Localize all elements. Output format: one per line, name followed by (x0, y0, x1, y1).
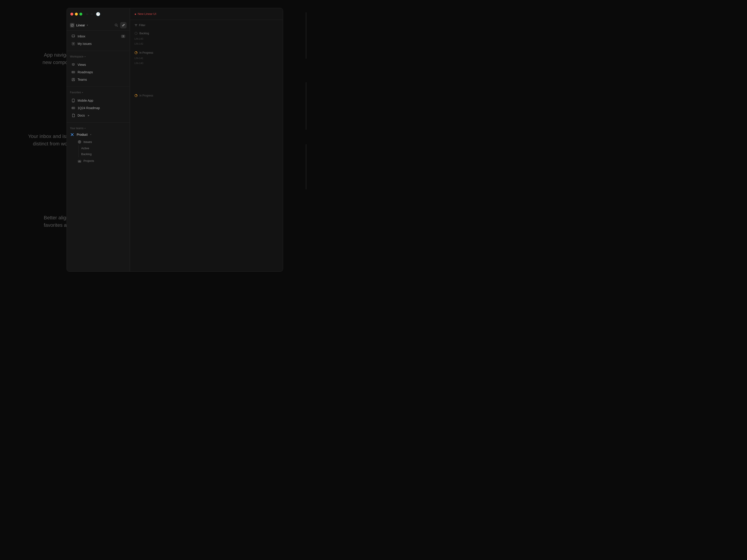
annotation-divider-3 (306, 144, 306, 189)
in-progress-status-header-2: In Progress (134, 92, 278, 99)
team-product[interactable]: Product ▾ (67, 131, 130, 138)
your-teams-section-header[interactable]: Your teams ▾ (67, 125, 130, 131)
sidebar-divider-1 (67, 51, 130, 51)
mobile-app-icon (71, 99, 75, 103)
svg-point-25 (135, 32, 137, 35)
product-cross-icon (70, 133, 74, 137)
back-arrow[interactable]: ← (86, 12, 89, 16)
new-linear-label: New Linear UI (137, 12, 156, 16)
main-content: ● New Linear UI Filter Backlog (130, 8, 283, 271)
roadmaps-svg-icon (72, 70, 75, 74)
mobile-app-label: Mobile App (78, 99, 93, 102)
workspace-nav: Views Roadmaps (67, 59, 130, 85)
workspace-logo (70, 23, 74, 27)
filter-icon (134, 24, 137, 27)
svg-point-11 (73, 79, 74, 80)
docs-icon (71, 113, 75, 117)
your-teams-section-label: Your teams (70, 127, 83, 130)
sub-nav-issues[interactable]: Issues (68, 139, 128, 145)
in-progress-label-2: In Progress (139, 94, 153, 97)
favorites-section-label: Favorites (70, 91, 81, 94)
my-issues-svg-icon (72, 42, 75, 46)
primary-nav: Inbox 3 My issues (67, 31, 130, 49)
close-button[interactable] (70, 12, 73, 16)
sidebar-divider-2 (67, 86, 130, 87)
roadmap-label: 1Q24 Roadmap (78, 106, 100, 110)
teams-label: Teams (78, 78, 87, 81)
in-progress-status-header: In Progress (134, 50, 278, 56)
my-issues-icon (71, 42, 75, 46)
annotation-divider-1 (306, 12, 306, 59)
inbox-label: Inbox (78, 34, 85, 38)
svg-line-2 (117, 26, 118, 27)
in-progress-status-label: In Progress (139, 51, 153, 54)
projects-label: Projects (83, 159, 94, 163)
search-button[interactable] (113, 22, 119, 28)
svg-rect-23 (78, 162, 79, 162)
issue-row[interactable]: LIN-143 (134, 36, 278, 41)
svg-point-20 (79, 141, 80, 142)
inbox-icon (71, 34, 75, 38)
backlog-label: Backlog (81, 152, 92, 156)
svg-rect-21 (78, 160, 79, 162)
svg-point-19 (78, 140, 81, 143)
forward-arrow[interactable]: → (90, 12, 93, 16)
active-label: Active (81, 146, 89, 150)
favorites-section-header[interactable]: Favorites ▾ (67, 89, 130, 95)
in-progress-status-icon (134, 51, 137, 54)
workspace-section-arrow: ▾ (84, 56, 85, 58)
svg-rect-24 (80, 162, 81, 162)
nav-item-views[interactable]: Views (68, 61, 128, 68)
new-linear-icon: ● (134, 12, 136, 16)
projects-svg-icon (78, 159, 81, 163)
nav-item-teams[interactable]: Teams (68, 76, 128, 83)
sub-nav-active[interactable]: Active (68, 145, 128, 151)
issue-id-3: LIN-141 (134, 57, 143, 59)
svg-point-5 (73, 43, 74, 45)
issue-row[interactable]: LIN-142 (134, 41, 278, 46)
workspace-name[interactable]: Linear ▾ (70, 23, 88, 27)
search-icon (114, 23, 118, 27)
favorites-nav: Mobile App 1Q24 Roadmap (67, 95, 130, 121)
nav-item-my-issues[interactable]: My issues (68, 40, 128, 47)
maximize-button[interactable] (79, 12, 82, 16)
nav-item-docs[interactable]: Docs ▶ (68, 112, 128, 119)
issues-icon (78, 140, 81, 143)
filter-label: Filter (139, 23, 146, 27)
annotation-divider-2 (306, 82, 306, 130)
backlog-status-icon (134, 32, 137, 35)
minimize-button[interactable] (75, 12, 78, 16)
filter-row[interactable]: Filter (134, 23, 278, 27)
new-linear-button[interactable]: ● New Linear UI (134, 12, 156, 16)
issue-id-1: LIN-143 (134, 37, 143, 40)
teams-icon (71, 78, 75, 82)
issue-row[interactable]: LIN-140 (134, 61, 278, 65)
history-icon[interactable]: 🕐 (96, 12, 100, 16)
issue-row[interactable]: LIN-141 (134, 56, 278, 61)
workspace-section-label: Workspace (70, 55, 83, 58)
svg-rect-4 (72, 43, 75, 45)
in-progress-status-icon-2 (134, 94, 137, 97)
roadmaps-label: Roadmaps (78, 70, 93, 74)
your-teams-section-arrow: ▾ (84, 127, 85, 129)
nav-item-mobile-app[interactable]: Mobile App (68, 97, 128, 104)
backlog-section: Backlog LIN-143 LIN-142 (134, 30, 278, 46)
sub-nav-backlog[interactable]: Backlog (68, 151, 128, 157)
nav-item-roadmaps[interactable]: Roadmaps (68, 69, 128, 76)
compose-button[interactable] (120, 22, 127, 28)
in-progress-section-2: In Progress (134, 92, 278, 99)
svg-rect-22 (80, 160, 81, 162)
my-issues-label: My issues (78, 42, 92, 46)
views-svg-icon (72, 63, 75, 66)
projects-icon (78, 159, 81, 163)
roadmap-fav-svg-icon (72, 106, 75, 110)
inbox-badge: 3 (121, 35, 125, 38)
sidebar: ← → 🕐 Linear ▾ (67, 8, 130, 271)
nav-item-roadmap[interactable]: 1Q24 Roadmap (68, 104, 128, 112)
linear-logo-icon (71, 24, 74, 27)
product-team-label: Product (77, 133, 87, 136)
workspace-section-header[interactable]: Workspace ▾ (67, 53, 130, 59)
sub-nav-projects[interactable]: Projects (68, 158, 128, 164)
right-panel-content: Filter Backlog LIN-143 LIN-142 (130, 20, 283, 102)
nav-item-inbox[interactable]: Inbox 3 (68, 33, 128, 40)
